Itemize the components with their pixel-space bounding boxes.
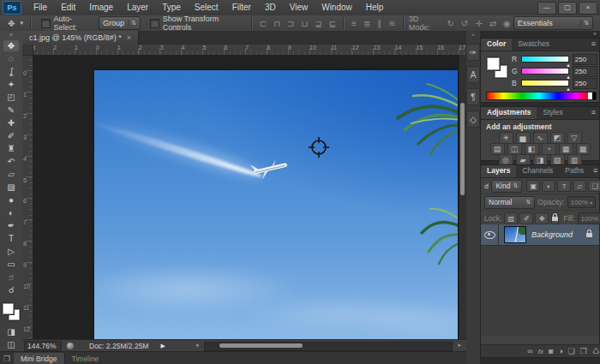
collapse-dock-icon[interactable]: » xyxy=(480,31,600,38)
menu-3d[interactable]: 3D xyxy=(258,0,283,15)
curves-icon[interactable]: ∿ xyxy=(533,132,548,144)
channel-slider-g[interactable]: ▲ xyxy=(521,68,569,75)
color-lookup-icon[interactable]: ▩ xyxy=(576,143,591,155)
scroll-right-icon[interactable]: ▸ xyxy=(458,342,461,349)
menu-type[interactable]: Type xyxy=(155,0,188,15)
link-layers-icon[interactable]: ∞ xyxy=(527,346,532,357)
black-white-icon[interactable]: ◧ xyxy=(525,143,539,155)
align-top-edges-icon[interactable]: ⊔ xyxy=(299,19,311,28)
move-tool[interactable]: ✥ xyxy=(3,39,20,52)
layer-name[interactable]: Background xyxy=(531,230,586,239)
dodge-tool[interactable]: ◐ xyxy=(3,206,20,219)
brush-tool[interactable]: ✐ xyxy=(3,129,20,142)
horizontal-scrollbar[interactable] xyxy=(204,342,453,351)
channel-mixer-icon[interactable]: ▦ xyxy=(559,143,573,155)
collapse-tools-icon[interactable]: « xyxy=(0,31,22,39)
channel-value-field[interactable]: 250 xyxy=(573,66,597,77)
color-balance-icon[interactable]: ◫ xyxy=(507,143,522,155)
quick-mask-button[interactable]: ◨ xyxy=(3,325,20,338)
lock-image-pixels-icon[interactable]: ✐ xyxy=(519,212,533,224)
align-vertical-centers-icon[interactable]: ⊒ xyxy=(312,19,324,28)
distribute-tops-icon[interactable]: ≡ xyxy=(349,19,359,28)
vibrance-icon[interactable]: ▽ xyxy=(567,132,582,144)
distribute-lefts-icon[interactable]: ∥ xyxy=(375,19,384,28)
eraser-tool[interactable]: ▱ xyxy=(3,168,20,181)
vertical-scrollbar-thumb[interactable] xyxy=(460,103,465,195)
menu-filter[interactable]: Filter xyxy=(225,0,258,15)
lock-position-icon[interactable]: ✥ xyxy=(535,212,549,224)
exposure-icon[interactable]: ◩ xyxy=(550,132,565,144)
visibility-cell[interactable] xyxy=(481,224,499,245)
menu-select[interactable]: Select xyxy=(188,0,225,15)
horizontal-scrollbar-thumb[interactable] xyxy=(219,343,303,348)
layers-tab-channels[interactable]: Channels xyxy=(516,165,559,177)
color-tab-color[interactable]: Color xyxy=(481,39,512,51)
close-button[interactable]: × xyxy=(579,2,597,15)
distribute-vertical-centers-icon[interactable]: ≣ xyxy=(361,19,373,28)
hue-saturation-icon[interactable]: ▤ xyxy=(490,143,505,155)
status-popup-icon[interactable]: ▶ xyxy=(160,343,165,349)
brush-presets-panel-icon[interactable]: ✑ xyxy=(466,44,480,61)
type-tool[interactable]: T xyxy=(3,232,20,245)
eyedropper-tool[interactable]: ✎ xyxy=(3,104,20,116)
panel-menu-icon[interactable]: ≡ xyxy=(588,39,599,51)
menu-edit[interactable]: Edit xyxy=(54,0,82,15)
marquee-tool[interactable]: ◌ xyxy=(3,52,20,65)
foreground-color-swatch[interactable] xyxy=(487,57,500,70)
bottom-tab-timeline[interactable]: Timeline xyxy=(65,353,106,364)
color-tab-swatches[interactable]: Swatches xyxy=(512,39,555,51)
zoom-level-field[interactable]: 144.76% xyxy=(24,341,62,351)
document-tab[interactable]: c1.jpg @ 145% (RGB/8#) * × xyxy=(22,31,139,45)
bottom-tab-mini-bridge[interactable]: Mini Bridge xyxy=(14,353,65,364)
screen-mode-button[interactable]: ◫ xyxy=(3,338,20,351)
eye-icon[interactable] xyxy=(484,231,495,239)
maximize-button[interactable]: ▢ xyxy=(558,2,577,15)
filter-smart-objects-icon[interactable]: ❑ xyxy=(588,180,600,192)
lock-all-icon[interactable] xyxy=(551,212,559,224)
auto-select-checkbox[interactable] xyxy=(41,19,51,28)
add-layer-mask-icon[interactable]: ◙ xyxy=(549,346,553,357)
layer-thumbnail[interactable] xyxy=(504,226,526,243)
foreground-color-swatch[interactable] xyxy=(3,303,14,314)
3d-drag-icon[interactable]: ✛ xyxy=(472,19,484,28)
tool-preset-dropdown-icon[interactable]: ▾ xyxy=(17,20,26,27)
new-layer-icon[interactable]: ❐ xyxy=(580,346,587,357)
channel-slider-r[interactable]: ▲ xyxy=(521,56,569,63)
channel-slider-b[interactable]: ▲ xyxy=(521,80,569,87)
layers-tab-layers[interactable]: Layers xyxy=(481,165,516,177)
menu-layer[interactable]: Layer xyxy=(120,0,155,15)
vertical-scrollbar[interactable] xyxy=(459,55,466,340)
3d-scale-icon[interactable]: ◉ xyxy=(501,19,513,28)
fill-field[interactable]: 100% ▾ xyxy=(578,212,600,224)
levels-icon[interactable]: ▅ xyxy=(516,132,531,144)
photo-filter-icon[interactable]: ◔ xyxy=(542,143,556,155)
align-left-edges-icon[interactable]: ⊏ xyxy=(257,19,269,28)
adjustments-tab-adjustments[interactable]: Adjustments xyxy=(481,107,537,119)
color-spectrum-ramp[interactable] xyxy=(486,92,597,100)
panel-menu-icon[interactable]: ≡ xyxy=(588,107,599,119)
history-brush-tool[interactable]: ↶ xyxy=(3,155,20,168)
filter-pixel-layers-icon[interactable]: ▣ xyxy=(526,180,540,192)
path-selection-tool[interactable]: ▷ xyxy=(3,245,20,258)
shape-tool[interactable]: ▭ xyxy=(3,258,20,271)
lasso-tool[interactable]: ʆ xyxy=(3,65,20,78)
menu-view[interactable]: View xyxy=(283,0,315,15)
align-right-edges-icon[interactable]: ⊐ xyxy=(285,19,297,28)
close-tab-icon[interactable]: × xyxy=(127,33,131,42)
move-tool-preset-icon[interactable]: ✥ xyxy=(5,19,17,28)
minimize-button[interactable]: — xyxy=(537,2,556,15)
filter-type-layers-icon[interactable]: T xyxy=(557,180,571,192)
blur-tool[interactable]: ● xyxy=(3,194,20,206)
canvas-image[interactable] xyxy=(94,70,458,340)
menu-window[interactable]: Window xyxy=(315,0,359,15)
layers-tab-paths[interactable]: Paths xyxy=(559,165,590,177)
auto-align-layers-icon[interactable]: ≋ xyxy=(386,19,398,28)
scroll-left-icon[interactable]: ◂ xyxy=(195,342,199,349)
paragraph-panel-icon[interactable]: ¶ xyxy=(466,88,480,105)
character-panel-icon[interactable]: A xyxy=(466,66,480,83)
3d-panel-icon[interactable]: ◇ xyxy=(466,110,480,128)
panel-menu-icon[interactable]: ≡ xyxy=(590,165,600,177)
auto-select-group-dropdown[interactable]: Group ⇅ xyxy=(99,16,141,30)
align-horizontal-centers-icon[interactable]: ⊓ xyxy=(271,19,283,28)
quick-selection-tool[interactable]: ✦ xyxy=(3,78,20,91)
